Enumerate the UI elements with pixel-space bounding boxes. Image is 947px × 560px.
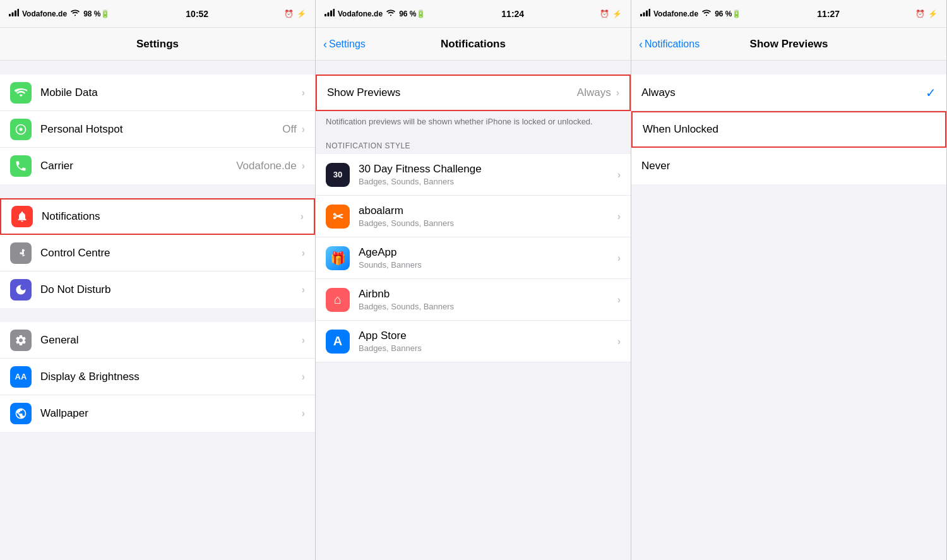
airbnb-content: Airbnb Badges, Sounds, Banners: [359, 288, 617, 311]
appstore-chevron: ›: [617, 336, 621, 347]
control-centre-label: Control Centre: [40, 247, 302, 259]
always-option[interactable]: Always ✓: [631, 74, 946, 111]
general-item[interactable]: General ›: [0, 322, 315, 359]
mobile-data-item[interactable]: Mobile Data ›: [0, 74, 315, 111]
app-aboalarm-item[interactable]: ✂ aboalarm Badges, Sounds, Banners ›: [316, 196, 631, 237]
ageapp-content: AgeApp Sounds, Banners: [359, 246, 617, 270]
carrier-3: Vodafone.de: [653, 9, 698, 18]
airbnb-icon: ⌂: [326, 288, 350, 312]
empty-area: [631, 184, 946, 500]
general-content: General: [40, 334, 302, 347]
signal-icon-2: [325, 9, 335, 18]
alarm-icon-3: ⏰: [915, 9, 925, 18]
always-checkmark: ✓: [926, 85, 936, 100]
status-left-2: Vodafone.de 96 %🔋: [325, 9, 426, 18]
notifications-icon: [11, 206, 33, 227]
mobile-data-chevron: ›: [302, 87, 305, 98]
mobile-data-content: Mobile Data: [40, 86, 302, 99]
status-left-1: Vodafone.de 98 %🔋: [9, 9, 110, 18]
svg-rect-11: [643, 13, 645, 17]
svg-rect-2: [15, 11, 16, 17]
control-centre-content: Control Centre: [40, 247, 302, 259]
status-right-3: ⏰ ⚡: [915, 9, 938, 18]
airbnb-detail: Badges, Sounds, Banners: [359, 302, 617, 311]
personal-hotspot-value: Off: [282, 123, 296, 136]
do-not-disturb-icon: [10, 279, 32, 301]
wallpaper-item[interactable]: Wallpaper ›: [0, 395, 315, 432]
appstore-name: App Store: [359, 330, 617, 342]
ageapp-chevron: ›: [617, 253, 621, 264]
bt-icon-2: ⚡: [612, 9, 622, 18]
personal-hotspot-content: Personal Hotspot: [40, 123, 282, 136]
back-label-3: Notifications: [645, 39, 700, 50]
appstore-content: App Store Badges, Banners: [359, 330, 617, 353]
when-unlocked-option[interactable]: When Unlocked: [631, 111, 946, 148]
display-brightness-label: Display & Brightness: [40, 371, 302, 383]
battery-1: 98 %🔋: [83, 9, 110, 18]
app-airbnb-item[interactable]: ⌂ Airbnb Badges, Sounds, Banners ›: [316, 279, 631, 321]
nav-bar-1: Settings: [0, 28, 315, 61]
display-brightness-icon: AA: [10, 366, 32, 388]
ageapp-detail: Sounds, Banners: [359, 260, 617, 270]
status-bar-1: Vodafone.de 98 %🔋 10:52 ⏰ ⚡: [0, 0, 315, 28]
svg-rect-9: [333, 9, 335, 16]
battery-3: 96 %🔋: [715, 9, 741, 18]
wallpaper-icon: [10, 403, 32, 424]
aboalarm-detail: Badges, Sounds, Banners: [359, 218, 617, 228]
back-chevron-2: ‹: [323, 39, 327, 50]
when-unlocked-label: When Unlocked: [643, 123, 935, 136]
wallpaper-label: Wallpaper: [40, 407, 302, 420]
bt-icon-3: ⚡: [928, 9, 938, 18]
back-to-notifications[interactable]: ‹ Notifications: [639, 39, 700, 50]
app-ageapp-item[interactable]: 🎁 AgeApp Sounds, Banners ›: [316, 237, 631, 279]
personal-hotspot-item[interactable]: Personal Hotspot Off ›: [0, 111, 315, 148]
general-label: General: [40, 334, 302, 347]
notification-style-header: NOTIFICATION STYLE: [316, 136, 631, 154]
app-appstore-item[interactable]: A App Store Badges, Banners ›: [316, 321, 631, 362]
app-fitness-item[interactable]: 30 30 Day Fitness Challenge Badges, Soun…: [316, 154, 631, 196]
never-option[interactable]: Never: [631, 148, 946, 184]
carrier-1: Vodafone.de: [22, 9, 67, 18]
battery-2: 96 %🔋: [399, 9, 426, 18]
appstore-detail: Badges, Banners: [359, 343, 617, 353]
show-previews-item[interactable]: Show Previews Always ›: [316, 74, 631, 111]
do-not-disturb-chevron: ›: [302, 284, 305, 295]
carrier-item[interactable]: Carrier Vodafone.de ›: [0, 148, 315, 184]
time-3: 11:27: [817, 9, 840, 19]
fitness-icon: 30: [326, 163, 350, 187]
airbnb-chevron: ›: [617, 294, 621, 306]
previews-options-section: Always ✓ When Unlocked Never: [631, 74, 946, 184]
status-left-3: Vodafone.de 96 %🔋: [640, 9, 741, 18]
carrier-chevron: ›: [302, 160, 305, 172]
notifications-panel: Vodafone.de 96 %🔋 11:24 ⏰ ⚡ ‹ Settings N…: [316, 0, 631, 560]
display-brightness-content: Display & Brightness: [40, 371, 302, 383]
status-right-2: ⏰ ⚡: [600, 9, 622, 18]
do-not-disturb-item[interactable]: Do Not Disturb ›: [0, 271, 315, 308]
status-bar-2: Vodafone.de 96 %🔋 11:24 ⏰ ⚡: [316, 0, 631, 28]
aboalarm-icon: ✂: [326, 205, 350, 229]
svg-rect-3: [18, 9, 20, 16]
back-to-settings[interactable]: ‹ Settings: [323, 39, 366, 50]
wifi-icon-1: [70, 9, 80, 18]
airbnb-name: Airbnb: [359, 288, 617, 301]
carrier-value: Vodafone.de: [236, 160, 296, 172]
svg-rect-1: [12, 13, 14, 17]
never-label: Never: [641, 160, 936, 172]
page-title-3: Show Previews: [750, 38, 828, 51]
control-centre-chevron: ›: [302, 247, 305, 259]
wifi-icon-3: [701, 9, 712, 18]
notifications-label: Notifications: [42, 210, 301, 223]
section-network: Mobile Data › Personal Hotspot Off ›: [0, 74, 315, 184]
notifications-item[interactable]: Notifications ›: [0, 198, 315, 235]
svg-rect-13: [649, 9, 651, 16]
general-chevron: ›: [302, 335, 305, 346]
wallpaper-content: Wallpaper: [40, 407, 302, 420]
time-2: 11:24: [501, 9, 524, 19]
show-previews-section: Show Previews Always ›: [316, 74, 631, 111]
display-brightness-item[interactable]: AA Display & Brightness ›: [0, 359, 315, 395]
always-label: Always: [641, 86, 926, 99]
carrier-content: Carrier: [40, 160, 236, 172]
appstore-icon: A: [326, 330, 350, 354]
control-centre-item[interactable]: Control Centre ›: [0, 235, 315, 271]
page-title-2: Notifications: [441, 38, 506, 51]
